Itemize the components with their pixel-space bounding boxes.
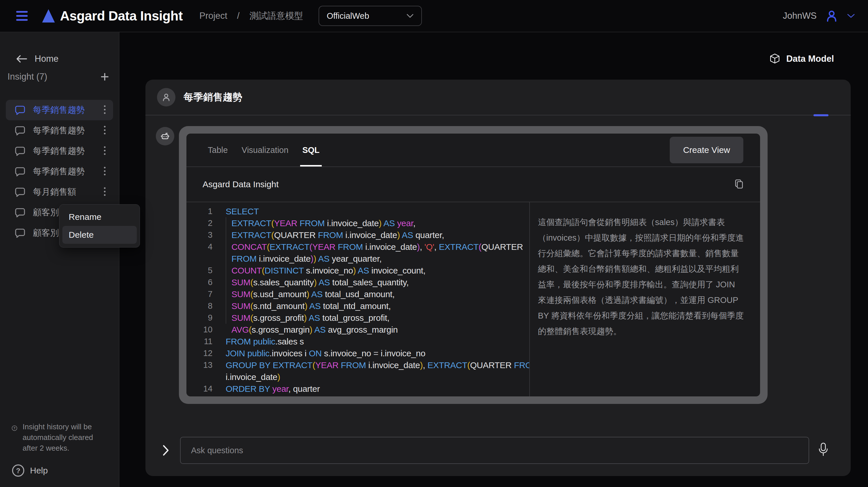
topbar: Asgard Data Insight Project / 測試語意模型 Off… [0,0,868,32]
chat-bubble-icon [14,126,25,136]
workspace-select[interactable]: OfficialWeb [318,6,422,26]
workspace-select-value: OfficialWeb [327,11,369,21]
copy-icon[interactable] [734,179,744,190]
app-screen: Asgard Data Insight Project / 測試語意模型 Off… [0,0,868,487]
card-panel-title: Asgard Data Insight [203,180,278,189]
main-area: Data Model 每季銷售趨勢 TableVisualizationSQLC… [120,32,868,487]
sql-code: 1SELECT2EXTRACT(YEAR FROM i.invoice_date… [186,202,530,396]
data-model-cube-icon [769,53,781,65]
kebab-menu-icon[interactable] [103,187,106,196]
chevron-down-icon[interactable] [847,13,855,19]
history-note-text: Insight history will be automatically cl… [23,422,107,454]
sidebar-item[interactable]: 每月銷售額 [6,182,113,202]
sidebar-item-label: 每季銷售趨勢 [33,125,85,136]
sidebar-item[interactable]: 每季銷售趨勢 [6,161,113,182]
tabs: TableVisualizationSQLCreate View [186,134,760,166]
chat-bubble-icon [14,105,25,116]
sidebar-item[interactable]: 每季銷售趨勢 [6,100,113,120]
breadcrumb-section[interactable]: Project [199,11,227,21]
item-menu-button[interactable] [103,105,106,116]
response-card: TableVisualizationSQLCreate View Asgard … [179,126,768,404]
kebab-menu-icon[interactable] [103,105,106,115]
kebab-menu-icon[interactable] [103,166,106,176]
item-menu-button[interactable] [103,125,106,136]
item-menu-button[interactable] [103,146,106,157]
person-icon [161,92,172,102]
code-area: 1SELECT2EXTRACT(YEAR FROM i.invoice_date… [186,202,760,396]
code-line: 4CONCAT(EXTRACT(YEAR FROM i.invoice_date… [186,241,529,253]
indent-guide [226,217,226,324]
svg-text:?: ? [16,467,21,475]
logo-triangle [42,9,55,23]
ask-input[interactable] [180,437,809,464]
help-button[interactable]: ? Help [11,464,48,477]
sidebar-home[interactable]: Home [16,54,59,64]
kebab-menu-icon[interactable] [103,146,106,156]
code-line: 6SUM(s.sales_quantity) AS total_sales_qu… [186,277,529,288]
code-line: 14ORDER BY year, quarter [186,383,529,395]
history-note: ? Insight history will be automatically … [11,422,107,454]
insight-section-label: Insight (7) [7,71,47,82]
code-line: i.invoice_date) [186,371,529,383]
sidebar-item[interactable]: 每季銷售趨勢 [6,141,113,161]
code-line: 8SUM(s.ntd_amount) AS total_ntd_amount, [186,300,529,312]
code-line: 13GROUP BY EXTRACT(YEAR FROM i.invoice_d… [186,359,529,371]
robot-icon [160,131,170,141]
chat-bubble-icon [14,187,25,197]
mic-icon[interactable] [817,442,829,458]
card-title-row: Asgard Data Insight [186,167,760,202]
code-line: 1SELECT [186,205,529,217]
code-line: 2EXTRACT(YEAR FROM i.invoice_date) AS ye… [186,217,529,229]
hamburger-icon[interactable] [16,11,28,21]
tab-sql[interactable]: SQL [302,134,320,166]
chat-bubble-icon [14,207,25,218]
user-icon[interactable] [825,9,839,23]
item-menu-button[interactable] [103,166,106,177]
item-menu-button[interactable] [103,187,106,198]
breadcrumb-page[interactable]: 測試語意模型 [249,10,303,22]
data-model-button[interactable]: Data Model [769,53,834,65]
scroll-indicator[interactable] [813,114,829,116]
context-menu: Rename Delete [59,204,140,248]
chat-bubble-icon [14,146,25,156]
bot-avatar [156,127,174,145]
sidebar: Home Insight (7) + 每季銷售趨勢每季銷售趨勢每季銷售趨勢每季銷… [0,32,120,487]
chevron-down-icon [406,13,414,18]
app-title: Asgard Data Insight [60,8,183,24]
svg-text:?: ? [13,426,16,430]
breadcrumb-separator: / [237,11,240,21]
kebab-menu-icon[interactable] [103,125,106,135]
sidebar-item[interactable]: 每季銷售趨勢 [6,120,113,141]
question-circle-icon: ? [11,422,17,435]
code-line: 11FROM public.sales s [186,335,529,347]
chat-header: 每季銷售趨勢 [146,79,851,116]
help-label: Help [30,466,48,476]
chat-bubble-icon [14,228,25,238]
breadcrumb: Project / 測試語意模型 [199,10,303,22]
code-line: 10AVG(s.gross_margin) AS avg_gross_margi… [186,324,529,335]
home-label: Home [35,54,59,64]
sql-explanation: 這個查詢語句會從銷售明細表（sales）與請求書表（invoices）中提取數據… [530,202,760,396]
chat-title: 每季銷售趨勢 [184,91,242,104]
code-line: FROM i.invoice_date)) AS year_quarter, [186,253,529,265]
back-arrow-icon [16,55,28,63]
sidebar-item-label: 每季銷售趨勢 [33,145,85,157]
data-model-label: Data Model [786,54,834,64]
question-circle-icon: ? [11,464,25,477]
code-line: 3EXTRACT(QUARTER FROM i.invoice_date) AS… [186,229,529,241]
code-line: 12JOIN public.invoices i ON s.invoice_no… [186,347,529,359]
tab-visualization[interactable]: Visualization [242,134,288,166]
sidebar-item-label: 每季銷售趨勢 [33,166,85,177]
tab-table[interactable]: Table [208,134,228,166]
topbar-user-area: JohnWS [783,9,855,23]
code-line: 9SUM(s.gross_profit) AS total_gross_prof… [186,312,529,324]
create-view-button[interactable]: Create View [670,137,743,163]
context-menu-rename[interactable]: Rename [62,208,137,226]
plus-icon[interactable]: + [100,71,109,83]
insight-section-header: Insight (7) + [7,71,109,83]
chat-panel: 每季銷售趨勢 TableVisualizationSQLCreate View … [146,79,851,476]
username: JohnWS [783,11,817,21]
expand-chevron-icon[interactable] [162,444,170,456]
code-line: 7SUM(s.usd_amount) AS total_usd_amount, [186,288,529,300]
context-menu-delete[interactable]: Delete [62,226,137,244]
